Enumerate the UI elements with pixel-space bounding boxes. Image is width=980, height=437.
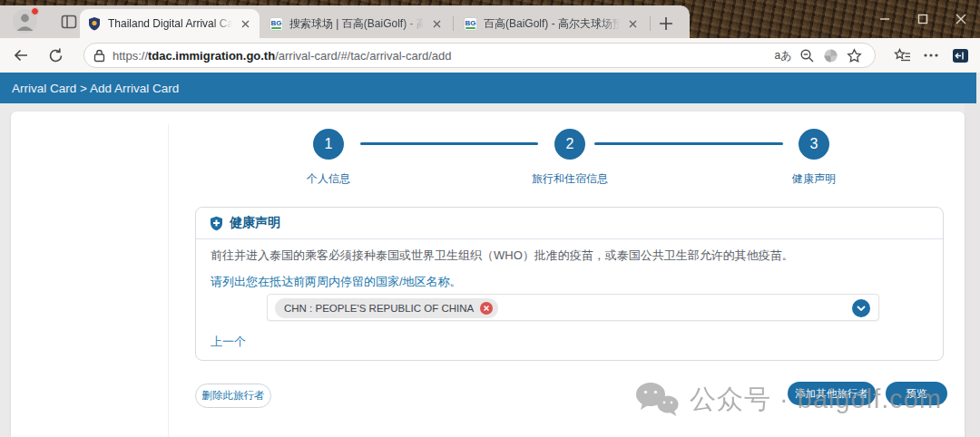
country-tag: CHN : PEOPLE'S REPUBLIC OF CHINA (275, 298, 498, 318)
url-domain: tdac.immigration.go.th (148, 49, 275, 63)
tab-title: 百高(BaiGolf) - 高尔夫球场预订,高 (484, 16, 620, 32)
tab-title: 搜索球场 | 百高(BaiGolf) - 高尔夫球 (289, 16, 424, 32)
toolbar-right-icons (887, 42, 975, 69)
countries-question: 请列出您在抵达前两周内停留的国家/地区名称。 (211, 274, 930, 290)
url-path: /arrival-card/#/tac/arrival-card/add (275, 49, 451, 63)
baigolf-favicon: BG (464, 17, 477, 31)
close-window-button[interactable] (942, 0, 980, 38)
chevron-down-icon[interactable] (852, 299, 870, 317)
step-1-label: 个人信息 (256, 171, 401, 187)
extension-swirl-icon[interactable] (818, 44, 842, 67)
back-button[interactable] (7, 42, 34, 69)
tab-title: Thailand Digital Arrival Card (108, 17, 232, 30)
shield-plus-icon (210, 216, 223, 231)
card-title: 健康声明 (230, 215, 280, 231)
tab-baigolf-search[interactable]: BG 搜索球场 | 百高(BaiGolf) - 高尔夫球 (262, 9, 451, 38)
browser-toolbar: https://tdac.immigration.go.th/arrival-c… (0, 38, 980, 73)
card-header: 健康声明 (196, 208, 943, 239)
step-1-circle[interactable]: 1 (313, 129, 344, 160)
new-tab-button[interactable] (657, 15, 675, 33)
baigolf-favicon: BG (270, 17, 283, 31)
breadcrumb-bar: Arrival Card > Add Arrival Card (0, 73, 976, 103)
delete-traveler-button[interactable]: 删除此旅行者 (195, 384, 271, 408)
sidebar-toggle-icon[interactable] (946, 42, 975, 69)
profile-avatar[interactable] (13, 9, 37, 34)
maximize-button[interactable] (904, 0, 942, 38)
step-2-circle[interactable]: 2 (554, 129, 585, 160)
notification-dot-icon (31, 7, 39, 15)
more-menu-icon[interactable] (916, 42, 946, 69)
favorite-star-icon[interactable] (842, 44, 866, 67)
tab-baigolf-booking[interactable]: BG 百高(BaiGolf) - 高尔夫球场预订,高 (456, 9, 647, 38)
country-tag-label: CHN : PEOPLE'S REPUBLIC OF CHINA (284, 303, 474, 314)
tab-thailand-arrival-card[interactable]: Thailand Digital Arrival Card (80, 9, 260, 38)
address-bar[interactable]: https://tdac.immigration.go.th/arrival-c… (83, 43, 876, 68)
step-2-label: 旅行和住宿信息 (497, 171, 642, 187)
page-content: 1 2 3 个人信息 旅行和住宿信息 健康声明 健康声明 前往并进入泰国的乘客必… (0, 103, 980, 437)
step-connector (360, 142, 538, 145)
vaccine-description: 前往并进入泰国的乘客必须接种泰国或世界卫生组织（WHO）批准的疫苗，或泰国公共卫… (211, 248, 930, 264)
scrollbar[interactable] (965, 103, 980, 437)
tab-close-icon[interactable] (625, 16, 640, 31)
url-text: https://tdac.immigration.go.th/arrival-c… (113, 49, 771, 63)
tab-close-icon[interactable] (238, 16, 252, 31)
health-declaration-card: 健康声明 前往并进入泰国的乘客必须接种泰国或世界卫生组织（WHO）批准的疫苗，或… (195, 207, 944, 361)
countries-select[interactable]: CHN : PEOPLE'S REPUBLIC OF CHINA (267, 294, 879, 321)
screen: { "browser": { "favicon_text": "BG", "ta… (0, 0, 980, 437)
tab-separator (650, 16, 651, 31)
favorites-hub-icon[interactable] (887, 42, 916, 69)
main-panel: 1 2 3 个人信息 旅行和住宿信息 健康声明 健康声明 前往并进入泰国的乘客必… (11, 112, 965, 437)
translate-icon[interactable]: aあ (771, 44, 795, 67)
step-3-circle[interactable]: 3 (799, 129, 829, 160)
tab-separator (453, 16, 454, 31)
add-traveler-button[interactable]: 添加其他旅行者 (788, 382, 876, 405)
browser-titlebar: Thailand Digital Arrival Card BG 搜索球场 | … (0, 0, 980, 38)
tab-strip: Thailand Digital Arrival Card BG 搜索球场 | … (0, 5, 690, 38)
refresh-button[interactable] (42, 42, 69, 69)
tab-actions-icon[interactable] (60, 13, 78, 31)
tab-close-icon[interactable] (429, 16, 444, 31)
remove-tag-icon[interactable] (480, 302, 493, 315)
lock-icon (93, 49, 105, 63)
preview-button[interactable]: 预览 (886, 382, 947, 405)
url-prefix: https:// (113, 49, 148, 63)
step-3-label: 健康声明 (741, 171, 887, 187)
zoom-out-icon[interactable] (795, 44, 818, 67)
step-connector (594, 142, 783, 145)
breadcrumb[interactable]: Arrival Card > Add Arrival Card (12, 82, 179, 95)
content-edge-divider (168, 124, 169, 437)
window-controls (866, 0, 980, 38)
previous-step-link[interactable]: 上一个 (211, 334, 246, 350)
tdac-shield-favicon (87, 16, 102, 31)
minimize-button[interactable] (866, 0, 904, 38)
